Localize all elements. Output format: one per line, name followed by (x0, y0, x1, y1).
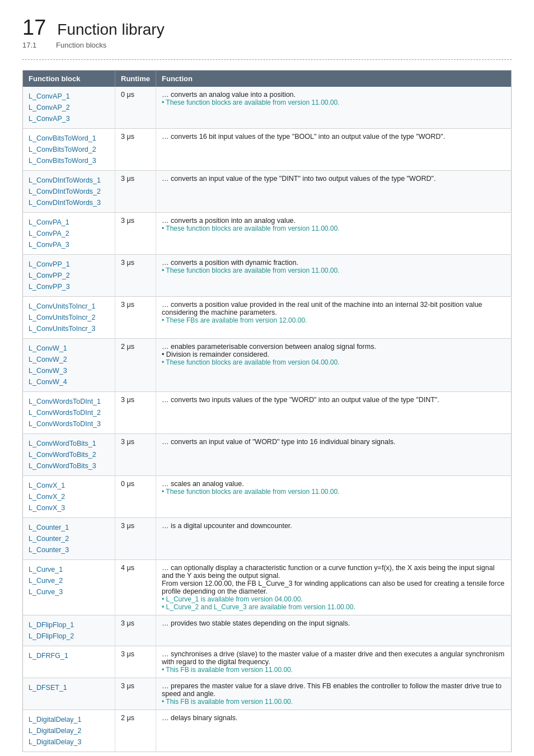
runtime-cell: 2 μs (115, 339, 156, 392)
function-cell: … converts a position value provided in … (156, 297, 512, 339)
function-note: • L_Curve_1 is available from version 04… (162, 595, 505, 603)
fb-link[interactable]: L_ConvWordToBits_1 (29, 438, 109, 449)
table-row: L_DFSET_13 μs… prepares the master value… (23, 678, 512, 710)
section-line: 17.1 Function blocks (22, 41, 512, 49)
fb-cell: L_DigitalDelay_1L_DigitalDelay_2L_Digita… (23, 710, 115, 752)
fb-link[interactable]: L_ConvPP_1 (29, 259, 109, 270)
fb-link[interactable]: L_ConvUnitsToIncr_3 (29, 323, 109, 334)
fb-link[interactable]: L_ConvUnitsToIncr_1 (29, 301, 109, 312)
function-text: … converts a position with dynamic fract… (162, 259, 298, 267)
fb-link[interactable]: L_Curve_2 (29, 575, 109, 586)
section-title: Function blocks (56, 41, 106, 49)
function-text: … converts 16 bit input values of the ty… (162, 133, 445, 141)
fb-cell: L_ConvDIntToWords_1L_ConvDIntToWords_2L_… (23, 171, 115, 213)
fb-link[interactable]: L_ConvDIntToWords_1 (29, 175, 109, 186)
fb-link[interactable]: L_DigitalDelay_2 (29, 725, 109, 736)
fb-cell: L_ConvWordToBits_1L_ConvWordToBits_2L_Co… (23, 434, 115, 476)
fb-link[interactable]: L_DFlipFlop_2 (29, 631, 109, 642)
function-cell: … prepares the master value for a slave … (156, 678, 512, 710)
fb-cell: L_ConvBitsToWord_1L_ConvBitsToWord_2L_Co… (23, 129, 115, 171)
function-text: • Division is remainder considered. (162, 351, 269, 358)
runtime-cell: 3 μs (115, 646, 156, 678)
runtime-cell: 2 μs (115, 710, 156, 752)
chapter-title: Function library (57, 21, 164, 39)
fb-link[interactable]: L_DigitalDelay_1 (29, 714, 109, 725)
divider (22, 59, 512, 60)
table-row: L_DigitalDelay_1L_DigitalDelay_2L_Digita… (23, 710, 512, 752)
fb-link[interactable]: L_ConvBitsToWord_2 (29, 144, 109, 155)
fb-link[interactable]: L_ConvWordsToDInt_1 (29, 396, 109, 407)
table-row: L_ConvWordToBits_1L_ConvWordToBits_2L_Co… (23, 434, 512, 476)
fb-cell: L_ConvUnitsToIncr_1L_ConvUnitsToIncr_2L_… (23, 297, 115, 339)
fb-cell: L_DFRFG_1 (23, 646, 115, 678)
fb-link[interactable]: L_ConvWordToBits_2 (29, 449, 109, 460)
function-cell: … converts an input value of "WORD" type… (156, 434, 512, 476)
fb-cell: L_Counter_1L_Counter_2L_Counter_3 (23, 518, 115, 560)
fb-link[interactable]: L_ConvDIntToWords_2 (29, 186, 109, 197)
table-row: L_ConvX_1L_ConvX_2L_ConvX_30 μs… scales … (23, 476, 512, 518)
runtime-cell: 0 μs (115, 476, 156, 518)
table-row: L_DFlipFlop_1L_DFlipFlop_23 μs… provides… (23, 615, 512, 646)
function-cell: … provides two stable states depending o… (156, 615, 512, 646)
runtime-cell: 3 μs (115, 678, 156, 710)
fb-link[interactable]: L_ConvWordToBits_3 (29, 460, 109, 472)
fb-link[interactable]: L_Curve_1 (29, 564, 109, 575)
fb-link[interactable]: L_DigitalDelay_3 (29, 736, 109, 748)
fb-link[interactable]: L_ConvPP_3 (29, 281, 109, 292)
runtime-cell: 3 μs (115, 392, 156, 434)
runtime-cell: 0 μs (115, 87, 156, 129)
function-cell: … converts a position with dynamic fract… (156, 255, 512, 297)
table-row: L_ConvAP_1L_ConvAP_2L_ConvAP_30 μs… conv… (23, 87, 512, 129)
function-text: … prepares the master value for a slave … (162, 682, 502, 698)
fb-link[interactable]: L_DFRFG_1 (29, 650, 109, 661)
fb-link[interactable]: L_ConvWordsToDInt_3 (29, 418, 109, 430)
function-note: • L_Curve_2 and L_Curve_3 are available … (162, 603, 505, 611)
fb-link[interactable]: L_ConvPA_2 (29, 228, 109, 239)
function-table: Function block Runtime Function L_ConvAP… (22, 70, 512, 752)
fb-link[interactable]: L_ConvAP_3 (29, 113, 109, 124)
page-header: 17 Function library (22, 17, 512, 39)
fb-link[interactable]: L_ConvPA_3 (29, 239, 109, 250)
table-row: L_ConvW_1L_ConvW_2L_ConvW_3L_ConvW_42 μs… (23, 339, 512, 392)
fb-link[interactable]: L_ConvUnitsToIncr_2 (29, 312, 109, 323)
function-text: From version 12.00.00, the FB L_Curve_3 … (162, 580, 504, 595)
fb-link[interactable]: L_ConvAP_1 (29, 91, 109, 102)
function-text: … converts an input value of "WORD" type… (162, 438, 395, 446)
function-text: … converts an input value of the type "D… (162, 175, 436, 183)
fb-link[interactable]: L_ConvX_1 (29, 480, 109, 491)
function-text: … provides two stable states depending o… (162, 619, 350, 627)
fb-link[interactable]: L_Counter_2 (29, 533, 109, 544)
fb-link[interactable]: L_ConvW_1 (29, 343, 109, 354)
fb-link[interactable]: L_ConvPP_2 (29, 270, 109, 281)
function-text: … can optionally display a characteristi… (162, 564, 494, 580)
fb-link[interactable]: L_DFSET_1 (29, 682, 109, 693)
fb-link[interactable]: L_ConvW_2 (29, 354, 109, 365)
table-row: L_Counter_1L_Counter_2L_Counter_33 μs… i… (23, 518, 512, 560)
function-text: … scales an analog value. (162, 480, 244, 488)
function-cell: … scales an analog value.• These functio… (156, 476, 512, 518)
runtime-cell: 3 μs (115, 297, 156, 339)
fb-link[interactable]: L_ConvX_2 (29, 491, 109, 502)
fb-link[interactable]: L_ConvAP_2 (29, 102, 109, 113)
fb-link[interactable]: L_ConvBitsToWord_3 (29, 155, 109, 166)
fb-link[interactable]: L_ConvW_3 (29, 365, 109, 376)
function-text: … converts an analog value into a positi… (162, 91, 296, 99)
chapter-number: 17 (22, 17, 46, 38)
fb-link[interactable]: L_ConvDIntToWords_3 (29, 197, 109, 208)
fb-link[interactable]: L_Curve_3 (29, 586, 109, 598)
fb-cell: L_ConvAP_1L_ConvAP_2L_ConvAP_3 (23, 87, 115, 129)
function-note: • These function blocks are available fr… (162, 488, 505, 496)
fb-link[interactable]: L_ConvWordsToDInt_2 (29, 407, 109, 418)
fb-link[interactable]: L_ConvW_4 (29, 376, 109, 388)
function-note: • These function blocks are available fr… (162, 99, 505, 106)
fb-link[interactable]: L_ConvX_3 (29, 502, 109, 514)
function-note: • This FB is available from version 11.0… (162, 698, 505, 706)
fb-link[interactable]: L_Counter_1 (29, 522, 109, 533)
fb-link[interactable]: L_DFlipFlop_1 (29, 619, 109, 631)
fb-link[interactable]: L_ConvPA_1 (29, 217, 109, 228)
runtime-cell: 3 μs (115, 171, 156, 213)
fb-link[interactable]: L_ConvBitsToWord_1 (29, 133, 109, 144)
fb-cell: L_ConvPP_1L_ConvPP_2L_ConvPP_3 (23, 255, 115, 297)
runtime-cell: 3 μs (115, 255, 156, 297)
fb-link[interactable]: L_Counter_3 (29, 544, 109, 556)
